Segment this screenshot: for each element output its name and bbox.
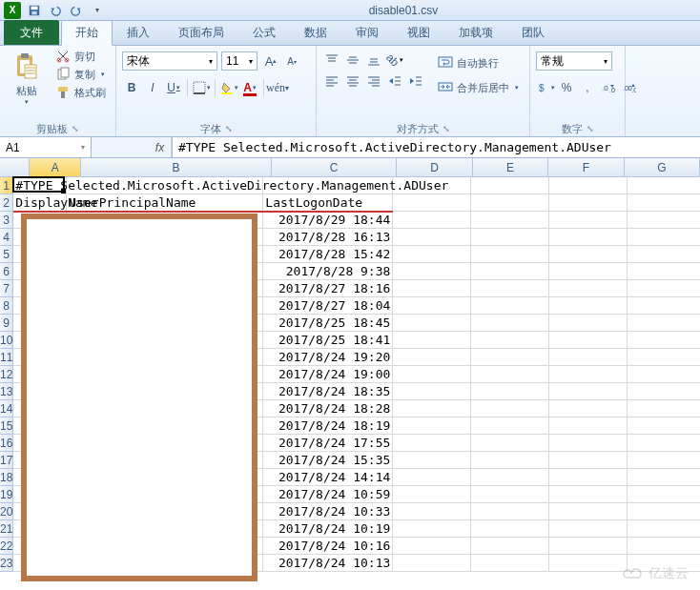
row-header[interactable]: 3 (0, 212, 13, 229)
cell[interactable] (393, 332, 471, 349)
merge-center-button[interactable]: 合并后居中▾ (435, 76, 522, 99)
cell[interactable] (549, 315, 628, 332)
row-header[interactable]: 4 (0, 229, 13, 246)
cell[interactable] (549, 452, 628, 469)
font-color-button[interactable]: A (240, 78, 259, 97)
cell[interactable] (393, 280, 471, 297)
row-header[interactable]: 18 (0, 469, 13, 486)
clipboard-launcher[interactable]: ⤡ (72, 124, 79, 133)
cell[interactable] (471, 469, 549, 486)
cell[interactable] (393, 349, 471, 366)
cell[interactable] (393, 555, 471, 572)
cell[interactable] (628, 469, 700, 486)
cell[interactable] (549, 177, 628, 194)
cell[interactable] (549, 246, 628, 263)
comma-button[interactable]: , (578, 78, 597, 97)
shrink-font-button[interactable]: A▾ (282, 51, 301, 71)
decrease-indent-button[interactable] (385, 72, 404, 90)
tab-home[interactable]: 开始 (61, 20, 113, 46)
cell[interactable]: 2017/8/28 9:38 (263, 263, 393, 280)
row-header[interactable]: 21 (0, 520, 13, 538)
cell[interactable] (628, 194, 700, 212)
cell[interactable]: 2017/8/24 15:35 (263, 452, 393, 469)
cell[interactable] (549, 366, 628, 383)
cell[interactable] (393, 520, 471, 538)
cell[interactable] (549, 469, 628, 486)
alignment-launcher[interactable]: ⤡ (443, 124, 450, 133)
cell[interactable] (471, 315, 549, 332)
cell[interactable]: 2017/8/24 14:14 (263, 469, 393, 486)
paste-button[interactable]: 粘贴 ▾ (6, 48, 48, 106)
row-header[interactable]: 9 (0, 315, 13, 332)
cell[interactable] (549, 332, 628, 349)
tab-view[interactable]: 视图 (393, 20, 444, 45)
cell[interactable]: 2017/8/28 15:42 (263, 246, 393, 263)
cell[interactable] (393, 263, 471, 280)
cell[interactable] (393, 400, 471, 417)
cell[interactable] (471, 452, 549, 469)
cell[interactable] (471, 349, 549, 366)
cell[interactable] (628, 452, 700, 469)
cell[interactable]: 2017/8/25 18:45 (263, 315, 393, 332)
save-button[interactable] (25, 2, 44, 19)
cell[interactable] (393, 435, 471, 452)
decrease-decimal-button[interactable]: .00.0 (620, 78, 639, 97)
grow-font-button[interactable]: A▴ (261, 51, 280, 71)
cell[interactable]: #TYPE Selected.Microsoft.ActiveDirectory… (13, 177, 67, 194)
cell[interactable] (628, 538, 700, 555)
align-left-button[interactable] (322, 72, 341, 90)
cell[interactable] (393, 297, 471, 315)
cell[interactable] (549, 503, 628, 520)
cell[interactable] (471, 332, 549, 349)
cell[interactable] (471, 212, 549, 229)
cell[interactable] (471, 366, 549, 383)
cell[interactable] (471, 555, 549, 572)
cell[interactable] (628, 246, 700, 263)
row-header[interactable]: 19 (0, 486, 13, 503)
col-header-e[interactable]: E (473, 158, 548, 177)
cell[interactable]: LastLogonDate (263, 194, 393, 212)
align-bottom-button[interactable] (364, 51, 383, 69)
row-header[interactable]: 12 (0, 366, 13, 383)
cell[interactable] (628, 177, 700, 194)
row-header[interactable]: 8 (0, 297, 13, 315)
cell[interactable]: 2017/8/24 10:19 (263, 520, 393, 538)
cell[interactable] (628, 297, 700, 315)
row-header[interactable]: 20 (0, 503, 13, 520)
row-header[interactable]: 6 (0, 263, 13, 280)
cell[interactable] (628, 332, 700, 349)
cell[interactable] (628, 503, 700, 520)
col-header-d[interactable]: D (397, 158, 472, 177)
tab-insert[interactable]: 插入 (113, 20, 164, 45)
cell[interactable]: 2017/8/24 10:16 (263, 538, 393, 555)
cell[interactable]: 2017/8/27 18:04 (263, 297, 393, 315)
cell[interactable] (628, 366, 700, 383)
cell[interactable]: 2017/8/24 17:55 (263, 435, 393, 452)
cell[interactable] (549, 194, 628, 212)
row-header[interactable]: 23 (0, 555, 13, 572)
number-launcher[interactable]: ⤡ (587, 124, 594, 133)
underline-button[interactable]: U (164, 78, 183, 97)
cell[interactable] (549, 212, 628, 229)
cell[interactable] (393, 452, 471, 469)
cell[interactable] (549, 349, 628, 366)
cell[interactable]: 2017/8/29 18:44 (263, 212, 393, 229)
cell[interactable]: 2017/8/25 18:41 (263, 332, 393, 349)
row-header[interactable]: 2 (0, 194, 13, 212)
cell[interactable] (549, 520, 628, 538)
cell[interactable] (471, 263, 549, 280)
cell[interactable] (628, 349, 700, 366)
cell[interactable] (549, 263, 628, 280)
cell[interactable] (393, 194, 471, 212)
cell[interactable] (393, 315, 471, 332)
cell[interactable]: 2017/8/27 18:16 (263, 280, 393, 297)
row-header[interactable]: 10 (0, 332, 13, 349)
cell[interactable] (628, 486, 700, 503)
cell[interactable] (549, 383, 628, 400)
cell[interactable]: 2017/8/24 10:59 (263, 486, 393, 503)
name-box[interactable]: A1▾ (0, 137, 92, 157)
increase-decimal-button[interactable]: .0.00 (599, 78, 618, 97)
tab-data[interactable]: 数据 (290, 20, 341, 45)
cell[interactable] (471, 194, 549, 212)
copy-button[interactable]: 复制▾ (51, 66, 110, 83)
